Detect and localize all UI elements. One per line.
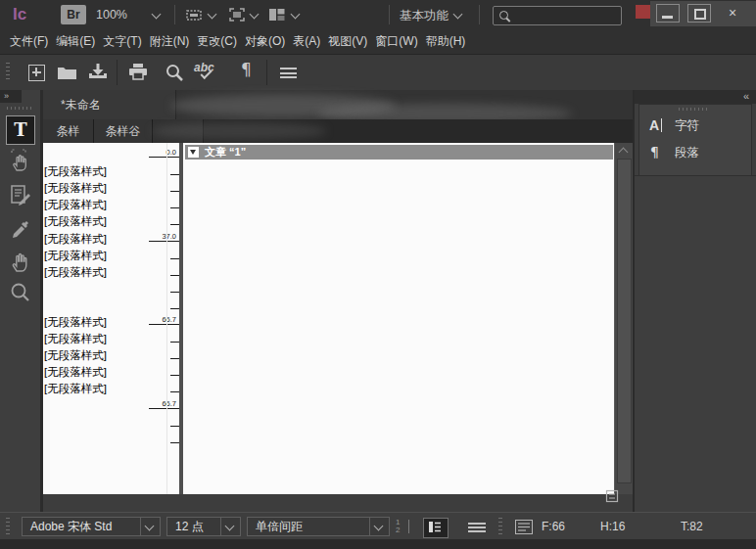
menu-item-view[interactable]: 视图(V) — [326, 33, 369, 50]
menu-item-help[interactable]: 帮助(H) — [424, 33, 468, 50]
paragraph-panel-button[interactable]: ¶ 段落 — [639, 140, 751, 165]
save-button[interactable] — [88, 64, 108, 80]
copyfit-stat: H:16 — [600, 520, 625, 533]
arrange-documents-icon[interactable] — [268, 8, 286, 22]
ruler-tick — [170, 224, 179, 225]
copyfit-stat: T:82 — [681, 520, 703, 533]
dock-panel-grip[interactable] — [679, 108, 710, 111]
font-family-dropdown[interactable]: Adobe 宋体 Std — [22, 517, 161, 536]
view-tab-galley[interactable]: 条样 — [43, 119, 94, 143]
copyfit-info-icon[interactable] — [515, 520, 533, 534]
menu-item-object[interactable]: 对象(O) — [243, 33, 287, 50]
tools-panel: » T — [0, 90, 40, 512]
menu-item-file[interactable]: 文件(F) — [8, 33, 50, 50]
document-tab[interactable]: *未命名 — [43, 90, 176, 119]
show-hidden-characters-button[interactable]: ¶ — [241, 60, 252, 79]
dropdown-arrow[interactable] — [140, 518, 160, 535]
story-header-bar[interactable]: 文章 “1” — [185, 145, 613, 160]
status-grip[interactable] — [6, 518, 10, 535]
dock-collapse[interactable]: « — [635, 90, 756, 104]
font-size-value: 12 点 — [175, 518, 204, 535]
chevron-down-icon[interactable] — [208, 10, 217, 20]
minimize-button[interactable] — [656, 4, 680, 23]
ruler-tick — [170, 275, 179, 276]
new-document-button[interactable] — [28, 65, 45, 81]
paragraph-panel-label: 段落 — [675, 140, 699, 165]
type-tool[interactable]: T — [6, 115, 35, 145]
search-box[interactable] — [493, 6, 622, 25]
ruler-tick — [170, 375, 179, 376]
menu-item-changes[interactable]: 更改(C) — [195, 33, 239, 50]
note-tool[interactable] — [10, 184, 31, 207]
menu-item-table[interactable]: 表(A) — [291, 33, 322, 50]
ruler-tick — [170, 442, 179, 443]
info-column-toggle[interactable] — [423, 518, 449, 538]
ruler-depth-label: 66.7 — [137, 316, 176, 324]
chevron-down-icon[interactable] — [453, 10, 463, 20]
paragraph-style-label: [无段落样式] — [44, 330, 164, 347]
chevron-down-icon[interactable] — [291, 10, 301, 20]
menu-icon — [468, 523, 486, 525]
paragraph-style-label: [无段落样式] — [44, 363, 164, 381]
hand-tool[interactable] — [10, 249, 31, 272]
close-button[interactable]: × — [721, 4, 744, 23]
window-bottom-edge — [0, 539, 756, 549]
menu-item-notes[interactable]: 附注(N) — [148, 33, 192, 50]
character-panel-button[interactable]: A 字符 — [639, 113, 751, 138]
galley-view[interactable]: 0.0[无段落样式][无段落样式][无段落样式][无段落样式][无段落样式]37… — [43, 143, 614, 494]
page-export-icon[interactable] — [605, 489, 620, 504]
search-button[interactable] — [165, 64, 184, 81]
view-options-icon[interactable] — [186, 8, 204, 22]
toolbar-menu-button[interactable] — [280, 68, 297, 78]
chevron-down-icon[interactable] — [250, 10, 260, 20]
leading-dropdown[interactable]: 单倍间距 — [247, 517, 390, 536]
scrollbar-thumb[interactable] — [617, 159, 632, 483]
ruler-mark — [149, 241, 179, 242]
toolbar-grip[interactable] — [6, 63, 10, 82]
galley-content: 0.0[无段落样式][无段落样式][无段落样式][无段落样式][无段落样式]37… — [43, 143, 633, 512]
document-tab-bar: *未命名 — [43, 90, 633, 119]
status-grip[interactable] — [498, 518, 502, 535]
paragraph-style-label: [无段落样式] — [44, 247, 164, 264]
dropdown-arrow[interactable] — [220, 518, 240, 535]
eyedropper-tool[interactable] — [10, 217, 31, 241]
workspace-switcher[interactable]: 基本功能 — [400, 8, 449, 24]
toolbar: abc ¶ — [0, 55, 756, 91]
ruler-tick — [170, 207, 179, 208]
view-tab-story[interactable]: 条样谷 — [94, 119, 153, 143]
document-area: *未命名 条样 条样谷 0.0[无段落样式][无段落样式][无段落样式][无段落… — [43, 90, 633, 512]
print-button[interactable] — [128, 64, 148, 80]
maximize-button[interactable] — [687, 4, 711, 23]
spellcheck-button[interactable]: abc — [194, 61, 219, 82]
screen-mode-icon[interactable] — [228, 7, 246, 23]
search-input[interactable] — [515, 8, 617, 23]
galley-story-divider — [179, 143, 183, 494]
scroll-up-icon[interactable] — [619, 148, 629, 158]
dropdown-arrow[interactable] — [369, 518, 389, 535]
paragraph-style-label: [无段落样式] — [44, 263, 164, 281]
zoom-tool[interactable] — [10, 282, 31, 305]
paragraph-style-label: [无段落样式] — [44, 346, 164, 364]
zoom-level-value[interactable]: 100% — [96, 8, 127, 22]
tools-panel-grip[interactable] — [7, 107, 33, 110]
view-tab-empty[interactable] — [153, 119, 204, 143]
chevron-down-icon[interactable] — [152, 10, 162, 20]
leading-value: 单倍间距 — [256, 518, 303, 535]
ruler-tick — [170, 292, 179, 293]
ruler-depth-label: 0.0 — [137, 149, 176, 157]
divider — [174, 5, 175, 24]
menu-item-type[interactable]: 文字(T) — [101, 33, 143, 50]
line-numbers-toggle[interactable]: 12 — [396, 519, 409, 535]
menu-item-window[interactable]: 窗口(W) — [373, 33, 419, 50]
open-folder-button[interactable] — [57, 65, 77, 80]
collapse-triangle-icon[interactable] — [188, 147, 199, 158]
bridge-button[interactable]: Br — [61, 5, 86, 24]
screenshot-smudge — [170, 94, 396, 117]
maximize-icon — [694, 9, 706, 20]
menu-item-edit[interactable]: 编辑(E) — [54, 33, 97, 50]
position-tool[interactable] — [10, 149, 31, 172]
font-size-dropdown[interactable]: 12 点 — [166, 517, 241, 536]
status-menu-button[interactable] — [468, 523, 486, 532]
vertical-scrollbar[interactable] — [614, 143, 633, 494]
tools-panel-collapse[interactable]: » — [0, 90, 22, 103]
